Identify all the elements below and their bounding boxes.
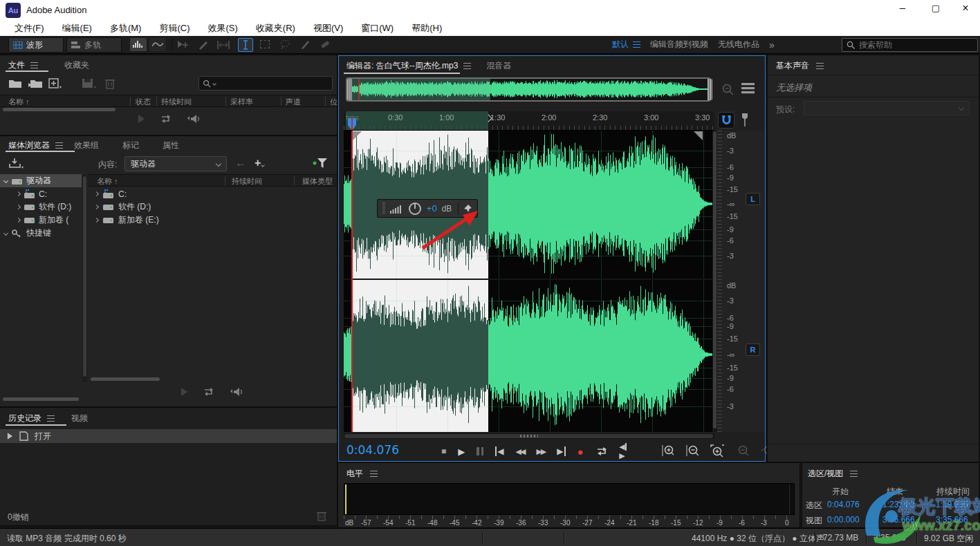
menu-view[interactable]: 视图(V) (304, 22, 352, 35)
db-scale[interactable]: dB -3 -6 -9 -15 -∞ -15 -9 -6 -3 L dB -3 … (717, 131, 764, 432)
search-help-box[interactable] (842, 38, 978, 52)
hud-gain-value[interactable]: +0 (427, 203, 437, 214)
tab-effects-rack[interactable]: 效果组 (74, 140, 99, 151)
tree-item-drive-c[interactable]: C: (0, 187, 82, 200)
list-item-drive-e[interactable]: 新加卷 (E:) (88, 214, 337, 227)
essential-sound-title[interactable]: 基本声音 (776, 60, 809, 72)
files-hscrollbar[interactable] (3, 108, 115, 111)
skip-to-end-button[interactable]: ▶ (557, 446, 565, 456)
slip-tool-icon[interactable] (217, 40, 230, 50)
view-duration-value[interactable]: 3:35.666 (936, 515, 966, 525)
media-tree-hscrollbar[interactable] (3, 397, 79, 401)
col-sample-rate[interactable]: 采样率 (230, 97, 253, 107)
stop-button[interactable]: ■ (441, 446, 446, 456)
tab-media-browser[interactable]: 媒体浏览器 (8, 140, 50, 151)
menu-help[interactable]: 帮助(H) (403, 22, 451, 35)
media-col-type[interactable]: 媒体类型 (302, 176, 333, 187)
paintbrush-selection-icon[interactable] (300, 39, 311, 50)
hud-pin-icon[interactable] (463, 204, 472, 213)
list-item-drive-d[interactable]: 软件 (D:) (88, 200, 337, 214)
snap-toggle[interactable] (718, 112, 734, 129)
open-file-icon[interactable] (8, 78, 22, 88)
files-search-box[interactable] (198, 76, 333, 91)
tree-item-drive-e[interactable]: 新加卷 ( (0, 214, 82, 227)
tab-mixer[interactable]: 混音器 (486, 60, 511, 72)
rewind-button[interactable]: ◀◀ (515, 447, 524, 456)
overview-right-handle[interactable] (708, 79, 712, 100)
play-icon[interactable] (181, 388, 187, 396)
spectral-display-button[interactable] (149, 38, 166, 51)
zoom-out-amplitude-button[interactable] (685, 444, 698, 458)
hud-gain-control[interactable]: +0 dB (377, 199, 478, 218)
delete-file-icon[interactable] (105, 77, 115, 89)
menu-favorites[interactable]: 收藏夹(R) (247, 22, 304, 35)
play-button[interactable]: ▶ (458, 446, 465, 457)
zoom-to-selection-button[interactable] (710, 444, 724, 458)
overview-waveform-canvas[interactable] (352, 79, 708, 100)
menu-window[interactable]: 窗口(W) (352, 22, 403, 35)
waveform-vscrollbar[interactable] (712, 131, 717, 432)
history-panel-menu-icon[interactable] (47, 415, 55, 422)
fast-forward-button[interactable]: ▶▶ (536, 447, 545, 456)
overview-strip[interactable] (346, 77, 711, 102)
search-options-caret[interactable] (212, 82, 216, 86)
collapse-handle-top-right[interactable] (694, 131, 703, 140)
list-item-drive-c[interactable]: C: (88, 187, 337, 200)
back-arrow-icon[interactable]: ← (235, 157, 246, 169)
auto-play-speaker-icon[interactable] (230, 386, 244, 397)
col-bits[interactable]: 位 (330, 97, 338, 107)
skip-selection-button[interactable]: ◀▶ (619, 442, 631, 460)
editor-list-icon[interactable] (741, 83, 755, 95)
spot-healing-icon[interactable] (320, 39, 331, 50)
save-file-icon[interactable] (82, 78, 97, 89)
menu-file[interactable]: 文件(F) (6, 22, 53, 35)
waveform-view-button[interactable]: 波形 (8, 37, 64, 53)
add-shortcut-icon[interactable]: + (255, 157, 264, 169)
col-name[interactable]: 名称 ↑ (8, 97, 30, 107)
col-status[interactable]: 状态 (136, 97, 151, 107)
workspace-default[interactable]: 默认 (612, 39, 640, 50)
media-tree-vscrollbar[interactable] (82, 175, 87, 382)
menu-clip[interactable]: 剪辑(C) (150, 22, 198, 35)
view-start-value[interactable]: 0:00.000 (827, 515, 858, 525)
time-display[interactable]: 0:04.076 (346, 443, 399, 457)
tab-properties[interactable]: 属性 (163, 140, 179, 151)
menu-multitrack[interactable]: 多轨(M) (101, 22, 151, 35)
waveform-canvas[interactable] (344, 131, 712, 432)
pause-button[interactable] (477, 447, 483, 455)
media-list-hscrollbar[interactable] (91, 377, 160, 381)
tab-video[interactable]: 视频 (71, 413, 88, 424)
workspace-radio[interactable]: 无线电作品 (718, 39, 759, 50)
loop-playback-button[interactable] (595, 446, 608, 457)
time-selection-tool-button[interactable] (238, 38, 253, 52)
levels-title[interactable]: 电平 (346, 468, 363, 480)
tab-editor[interactable]: 编辑器: 告白气球--周杰伦.mp3 (346, 60, 458, 72)
multitrack-view-button[interactable]: 多轨 (66, 37, 122, 53)
maximize-button[interactable]: ▢ (920, 3, 952, 21)
editor-hscrollbar[interactable] (344, 433, 714, 439)
content-dropdown[interactable]: 驱动器 (124, 156, 227, 171)
record-button[interactable]: ● (577, 446, 584, 458)
zoom-out-full-button[interactable] (736, 444, 748, 458)
skip-to-start-button[interactable]: ◀ (495, 446, 503, 456)
tab-markers[interactable]: 标记 (122, 140, 139, 151)
waveform-display-button[interactable] (130, 38, 147, 51)
marker-pin-icon[interactable] (740, 113, 750, 128)
view-end-value[interactable]: 3:35.666 (882, 515, 913, 525)
files-panel-menu-icon[interactable] (30, 62, 38, 68)
channel-right-badge[interactable]: R (746, 343, 760, 356)
hud-grip[interactable] (382, 203, 385, 214)
selection-view-title[interactable]: 选区/视图 (808, 468, 843, 480)
preset-dropdown[interactable] (804, 101, 970, 115)
razor-tool-icon[interactable] (198, 40, 209, 50)
tree-item-drives[interactable]: 驱动器 (0, 174, 82, 187)
media-col-duration[interactable]: 持续时间 (232, 176, 262, 187)
selection-start-value[interactable]: 0:04.076 (827, 500, 858, 509)
zoom-navigate-icon[interactable] (721, 82, 736, 96)
media-col-name[interactable]: 名称 ↑ (97, 176, 118, 187)
col-channels[interactable]: 声道 (286, 97, 301, 107)
tree-item-shortcuts[interactable]: 快捷键 (0, 227, 82, 240)
new-file-icon[interactable] (48, 78, 62, 89)
scrollbar-grip[interactable] (520, 435, 538, 437)
selection-view-menu-icon[interactable] (850, 471, 858, 477)
